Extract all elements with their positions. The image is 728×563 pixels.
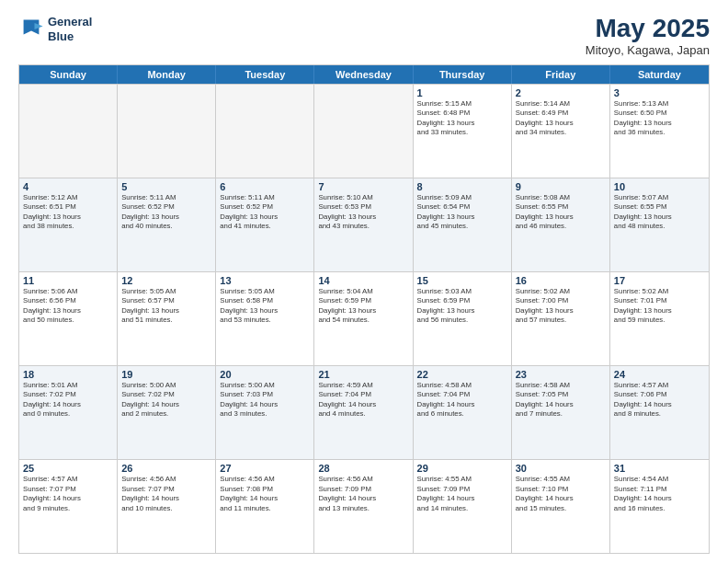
day-number: 24 bbox=[614, 369, 705, 380]
day-info: Sunrise: 5:08 AMSunset: 6:55 PMDaylight:… bbox=[516, 193, 606, 232]
header-day-saturday: Saturday bbox=[610, 65, 709, 84]
day-cell-20: 20Sunrise: 5:00 AMSunset: 7:03 PMDayligh… bbox=[216, 366, 314, 459]
day-cell-2: 2Sunrise: 5:14 AMSunset: 6:49 PMDaylight… bbox=[512, 85, 610, 178]
day-cell-21: 21Sunrise: 4:59 AMSunset: 7:04 PMDayligh… bbox=[314, 366, 413, 459]
day-number: 19 bbox=[121, 369, 211, 380]
day-cell-10: 10Sunrise: 5:07 AMSunset: 6:55 PMDayligh… bbox=[610, 178, 709, 271]
day-cell-7: 7Sunrise: 5:10 AMSunset: 6:53 PMDaylight… bbox=[314, 178, 413, 271]
day-cell-30: 30Sunrise: 4:55 AMSunset: 7:10 PMDayligh… bbox=[512, 460, 610, 553]
day-info: Sunrise: 4:56 AMSunset: 7:07 PMDaylight:… bbox=[121, 475, 211, 513]
day-cell-25: 25Sunrise: 4:57 AMSunset: 7:07 PMDayligh… bbox=[19, 460, 118, 553]
day-number: 25 bbox=[23, 463, 113, 474]
header-day-sunday: Sunday bbox=[19, 65, 118, 84]
day-cell-1: 1Sunrise: 5:15 AMSunset: 6:48 PMDaylight… bbox=[414, 85, 512, 178]
day-cell-13: 13Sunrise: 5:05 AMSunset: 6:58 PMDayligh… bbox=[216, 272, 314, 365]
day-number: 18 bbox=[23, 369, 113, 380]
title-block: May 2025 Mitoyo, Kagawa, Japan bbox=[586, 15, 710, 57]
calendar-row-3: 11Sunrise: 5:06 AMSunset: 6:56 PMDayligh… bbox=[19, 271, 709, 365]
day-info: Sunrise: 4:58 AMSunset: 7:05 PMDaylight:… bbox=[516, 381, 606, 419]
day-number: 30 bbox=[516, 463, 606, 474]
day-cell-5: 5Sunrise: 5:11 AMSunset: 6:52 PMDaylight… bbox=[118, 178, 216, 271]
header-day-wednesday: Wednesday bbox=[314, 65, 413, 84]
header: General Blue May 2025 Mitoyo, Kagawa, Ja… bbox=[18, 15, 710, 57]
day-cell-31: 31Sunrise: 4:54 AMSunset: 7:11 PMDayligh… bbox=[610, 460, 709, 553]
day-info: Sunrise: 5:11 AMSunset: 6:52 PMDaylight:… bbox=[220, 193, 310, 232]
day-info: Sunrise: 5:04 AMSunset: 6:59 PMDaylight:… bbox=[318, 287, 408, 326]
day-info: Sunrise: 4:57 AMSunset: 7:07 PMDaylight:… bbox=[23, 475, 113, 513]
day-number: 17 bbox=[614, 275, 705, 286]
day-number: 13 bbox=[220, 275, 310, 286]
day-cell-26: 26Sunrise: 4:56 AMSunset: 7:07 PMDayligh… bbox=[118, 460, 216, 553]
day-number: 1 bbox=[417, 87, 507, 98]
day-info: Sunrise: 5:11 AMSunset: 6:52 PMDaylight:… bbox=[121, 193, 211, 232]
header-day-friday: Friday bbox=[512, 65, 610, 84]
day-number: 5 bbox=[121, 181, 211, 192]
day-info: Sunrise: 5:13 AMSunset: 6:50 PMDaylight:… bbox=[614, 99, 705, 138]
day-info: Sunrise: 5:10 AMSunset: 6:53 PMDaylight:… bbox=[318, 193, 408, 232]
day-number: 31 bbox=[614, 463, 705, 474]
day-number: 7 bbox=[318, 181, 408, 192]
day-info: Sunrise: 5:00 AMSunset: 7:03 PMDaylight:… bbox=[220, 381, 310, 419]
day-info: Sunrise: 5:07 AMSunset: 6:55 PMDaylight:… bbox=[614, 193, 705, 232]
logo-icon bbox=[18, 17, 44, 42]
day-number: 15 bbox=[417, 275, 507, 286]
day-cell-15: 15Sunrise: 5:03 AMSunset: 6:59 PMDayligh… bbox=[414, 272, 512, 365]
header-day-monday: Monday bbox=[118, 65, 216, 84]
day-info: Sunrise: 4:54 AMSunset: 7:11 PMDaylight:… bbox=[614, 475, 705, 513]
day-number: 29 bbox=[417, 463, 507, 474]
empty-cell bbox=[118, 85, 216, 178]
month-title: May 2025 bbox=[586, 15, 710, 43]
empty-cell bbox=[314, 85, 413, 178]
calendar-row-1: 1Sunrise: 5:15 AMSunset: 6:48 PMDaylight… bbox=[19, 84, 709, 178]
calendar: SundayMondayTuesdayWednesdayThursdayFrid… bbox=[18, 64, 710, 554]
day-number: 2 bbox=[516, 87, 606, 98]
day-info: Sunrise: 5:06 AMSunset: 6:56 PMDaylight:… bbox=[23, 287, 113, 326]
empty-cell bbox=[216, 85, 314, 178]
page: General Blue May 2025 Mitoyo, Kagawa, Ja… bbox=[0, 0, 728, 563]
header-day-thursday: Thursday bbox=[414, 65, 512, 84]
calendar-header: SundayMondayTuesdayWednesdayThursdayFrid… bbox=[19, 65, 709, 84]
day-info: Sunrise: 4:56 AMSunset: 7:08 PMDaylight:… bbox=[220, 475, 310, 513]
day-number: 26 bbox=[121, 463, 211, 474]
day-info: Sunrise: 4:56 AMSunset: 7:09 PMDaylight:… bbox=[318, 475, 408, 513]
day-number: 21 bbox=[318, 369, 408, 380]
day-cell-16: 16Sunrise: 5:02 AMSunset: 7:00 PMDayligh… bbox=[512, 272, 610, 365]
day-info: Sunrise: 5:00 AMSunset: 7:02 PMDaylight:… bbox=[121, 381, 211, 419]
calendar-row-2: 4Sunrise: 5:12 AMSunset: 6:51 PMDaylight… bbox=[19, 178, 709, 271]
day-info: Sunrise: 5:05 AMSunset: 6:57 PMDaylight:… bbox=[121, 287, 211, 326]
day-number: 8 bbox=[417, 181, 507, 192]
day-cell-17: 17Sunrise: 5:02 AMSunset: 7:01 PMDayligh… bbox=[610, 272, 709, 365]
day-cell-28: 28Sunrise: 4:56 AMSunset: 7:09 PMDayligh… bbox=[314, 460, 413, 553]
calendar-body: 1Sunrise: 5:15 AMSunset: 6:48 PMDaylight… bbox=[19, 84, 709, 553]
header-day-tuesday: Tuesday bbox=[216, 65, 314, 84]
day-info: Sunrise: 5:12 AMSunset: 6:51 PMDaylight:… bbox=[23, 193, 113, 232]
day-info: Sunrise: 4:55 AMSunset: 7:09 PMDaylight:… bbox=[417, 475, 507, 513]
day-info: Sunrise: 5:09 AMSunset: 6:54 PMDaylight:… bbox=[417, 193, 507, 232]
day-info: Sunrise: 5:01 AMSunset: 7:02 PMDaylight:… bbox=[23, 381, 113, 419]
day-number: 4 bbox=[23, 181, 113, 192]
day-cell-14: 14Sunrise: 5:04 AMSunset: 6:59 PMDayligh… bbox=[314, 272, 413, 365]
day-cell-3: 3Sunrise: 5:13 AMSunset: 6:50 PMDaylight… bbox=[610, 85, 709, 178]
location: Mitoyo, Kagawa, Japan bbox=[586, 43, 710, 57]
empty-cell bbox=[19, 85, 118, 178]
day-info: Sunrise: 4:55 AMSunset: 7:10 PMDaylight:… bbox=[516, 475, 606, 513]
calendar-row-4: 18Sunrise: 5:01 AMSunset: 7:02 PMDayligh… bbox=[19, 365, 709, 459]
day-number: 14 bbox=[318, 275, 408, 286]
day-number: 28 bbox=[318, 463, 408, 474]
day-cell-18: 18Sunrise: 5:01 AMSunset: 7:02 PMDayligh… bbox=[19, 366, 118, 459]
calendar-row-5: 25Sunrise: 4:57 AMSunset: 7:07 PMDayligh… bbox=[19, 459, 709, 553]
day-info: Sunrise: 5:02 AMSunset: 7:01 PMDaylight:… bbox=[614, 287, 705, 326]
day-cell-22: 22Sunrise: 4:58 AMSunset: 7:04 PMDayligh… bbox=[414, 366, 512, 459]
day-number: 22 bbox=[417, 369, 507, 380]
day-number: 20 bbox=[220, 369, 310, 380]
day-cell-29: 29Sunrise: 4:55 AMSunset: 7:09 PMDayligh… bbox=[414, 460, 512, 553]
logo-text: General Blue bbox=[48, 15, 92, 43]
day-cell-23: 23Sunrise: 4:58 AMSunset: 7:05 PMDayligh… bbox=[512, 366, 610, 459]
day-number: 10 bbox=[614, 181, 705, 192]
day-cell-6: 6Sunrise: 5:11 AMSunset: 6:52 PMDaylight… bbox=[216, 178, 314, 271]
day-number: 9 bbox=[516, 181, 606, 192]
day-cell-8: 8Sunrise: 5:09 AMSunset: 6:54 PMDaylight… bbox=[414, 178, 512, 271]
day-cell-27: 27Sunrise: 4:56 AMSunset: 7:08 PMDayligh… bbox=[216, 460, 314, 553]
day-number: 12 bbox=[121, 275, 211, 286]
day-number: 3 bbox=[614, 87, 705, 98]
